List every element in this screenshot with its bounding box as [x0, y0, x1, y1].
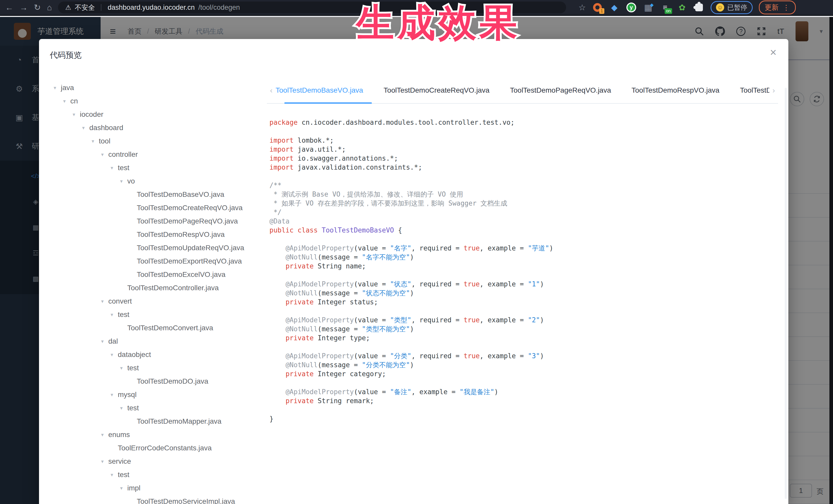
tree-file[interactable]: ToolTestDemoRespVO.java: [39, 228, 259, 241]
caret-down-icon[interactable]: ▾: [101, 458, 106, 464]
tree-node-label: ToolTestDemoPageReqVO.java: [137, 217, 238, 225]
tree-file[interactable]: ToolTestDemoExportReqVO.java: [39, 255, 259, 268]
tree-folder[interactable]: ▾test: [39, 468, 259, 481]
caret-down-icon[interactable]: ▾: [101, 151, 106, 158]
code-line: [269, 379, 778, 387]
caret-down-icon[interactable]: ▾: [101, 298, 106, 304]
caret-down-icon[interactable]: ▾: [111, 391, 116, 398]
tree-file[interactable]: ToolTestDemoController.java: [39, 281, 259, 295]
tree-folder[interactable]: ▾service: [39, 455, 259, 468]
update-label: 更新: [765, 3, 779, 12]
security-label: 不安全: [75, 3, 95, 12]
tree-node-label: test: [127, 404, 139, 412]
tree-folder[interactable]: ▾test: [39, 308, 259, 321]
extensions-puzzle-icon[interactable]: [694, 2, 705, 13]
tree-folder[interactable]: ▾controller: [39, 148, 259, 161]
tree-node-label: ToolTestDemoCreateReqVO.java: [137, 204, 242, 212]
tree-folder[interactable]: ▾java: [39, 81, 259, 94]
caret-down-icon[interactable]: ▾: [111, 312, 116, 318]
extension-list-on-icon[interactable]: ≡ on: [660, 2, 670, 13]
caret-down-icon[interactable]: ▾: [73, 111, 78, 118]
extension-blocks-icon[interactable]: ▦◆: [643, 2, 653, 13]
caret-down-icon[interactable]: ▾: [82, 125, 87, 131]
tree-node-label: ToolTestDemoConvert.java: [127, 324, 213, 332]
caret-down-icon[interactable]: ▾: [120, 485, 125, 491]
caret-down-icon[interactable]: ▾: [111, 472, 116, 478]
forward-icon[interactable]: →: [20, 3, 28, 11]
tree-folder[interactable]: ▾cn: [39, 94, 259, 108]
bookmark-star-icon[interactable]: ☆: [578, 3, 586, 11]
tree-node-label: dal: [108, 337, 118, 345]
tab-ToolTestDemoRespVO.java[interactable]: ToolTestDemoRespVO.java: [632, 86, 719, 94]
browser-menu-icon[interactable]: ⋮: [783, 3, 790, 12]
caret-down-icon[interactable]: ▾: [120, 365, 125, 371]
tree-file[interactable]: ToolTestDemoMapper.java: [39, 415, 259, 428]
tree-folder[interactable]: ▾test: [39, 401, 259, 415]
tree-folder[interactable]: ▾test: [39, 361, 259, 375]
tabs-prev-icon[interactable]: ‹: [267, 86, 276, 95]
caret-down-icon[interactable]: ▾: [111, 165, 116, 171]
tree-file[interactable]: ToolTestDemoUpdateReqVO.java: [39, 241, 259, 255]
code-panel: ‹ ToolTestDemoBaseVO.javaToolTestDemoCre…: [259, 77, 788, 504]
tree-file[interactable]: ToolTestDemoCreateReqVO.java: [39, 201, 259, 215]
tree-folder[interactable]: ▾tool: [39, 135, 259, 148]
tab-ToolTestDemoCreateReqVO.java[interactable]: ToolTestDemoCreateReqVO.java: [384, 86, 490, 94]
tree-folder[interactable]: ▾vo: [39, 174, 259, 188]
tree-node-label: ToolTestDemoExportReqVO.java: [137, 257, 242, 265]
extension-orange-icon[interactable]: 1: [592, 2, 603, 13]
tree-folder[interactable]: ▾mysql: [39, 388, 259, 401]
code-line: @ApiModelProperty(value = "类型", required…: [269, 316, 778, 325]
tabs-next-icon[interactable]: ›: [769, 86, 778, 95]
reload-icon[interactable]: ↻: [34, 3, 41, 11]
tree-node-label: dataobject: [118, 351, 151, 359]
code-scrollbar[interactable]: [785, 88, 787, 499]
tree-folder[interactable]: ▾dal: [39, 335, 259, 348]
extension-gem-icon[interactable]: ◆: [609, 2, 620, 13]
tab-ToolTestDemoBaseVO.java[interactable]: ToolTestDemoBaseVO.java: [276, 86, 363, 94]
tree-folder[interactable]: ▾iocoder: [39, 108, 259, 121]
close-icon[interactable]: ×: [770, 47, 777, 58]
tree-file[interactable]: ToolTestDemoServiceImpl.java: [39, 495, 259, 504]
caret-down-icon[interactable]: ▾: [54, 85, 59, 91]
tree-file[interactable]: ToolErrorCodeConstants.java: [39, 441, 259, 455]
code-line: private Integer category;: [269, 369, 778, 379]
dialog-title: 代码预览: [50, 50, 81, 61]
tree-folder[interactable]: ▾dataobject: [39, 348, 259, 361]
tab-ToolTestDemoUpdateReqVO.java[interactable]: ToolTestDemoUpdateReqVO.java: [740, 86, 769, 94]
tree-node-label: test: [118, 471, 129, 479]
caret-down-icon[interactable]: ▾: [63, 98, 68, 104]
caret-down-icon[interactable]: ▾: [120, 178, 125, 184]
back-icon[interactable]: ←: [5, 3, 13, 11]
extension-badge: 1: [599, 8, 604, 14]
caret-down-icon[interactable]: ▾: [101, 338, 106, 344]
tree-file[interactable]: ToolTestDemoExcelVO.java: [39, 268, 259, 281]
tree-file[interactable]: ToolTestDemoDO.java: [39, 375, 259, 388]
code-line: @ApiModelProperty(value = "备注", example …: [269, 387, 778, 397]
file-tabs: ‹ ToolTestDemoBaseVO.javaToolTestDemoCre…: [267, 77, 778, 104]
caret-down-icon[interactable]: ▾: [111, 352, 116, 358]
home-icon[interactable]: ⌂: [47, 3, 52, 11]
tree-node-label: test: [118, 164, 129, 172]
caret-down-icon[interactable]: ▾: [101, 432, 106, 438]
profile-paused-pill[interactable]: ☺ 已暂停: [711, 1, 753, 14]
caret-down-icon[interactable]: ▾: [120, 405, 125, 411]
file-tree: ▾java▾cn▾iocoder▾dashboard▾tool▾controll…: [39, 77, 259, 504]
tree-file[interactable]: ToolTestDemoBaseVO.java: [39, 188, 259, 201]
tree-node-label: ToolErrorCodeConstants.java: [118, 444, 212, 452]
tree-folder[interactable]: ▾impl: [39, 481, 259, 495]
tree-folder[interactable]: ▾test: [39, 161, 259, 174]
tree-node-label: ToolTestDemoUpdateReqVO.java: [137, 244, 244, 252]
tree-file[interactable]: ToolTestDemoPageReqVO.java: [39, 215, 259, 228]
tree-folder[interactable]: ▾enums: [39, 428, 259, 441]
tree-file[interactable]: ToolTestDemoConvert.java: [39, 321, 259, 335]
extension-green-circle-icon[interactable]: y: [626, 2, 637, 13]
browser-update-button[interactable]: 更新 ⋮: [759, 1, 796, 15]
tree-folder[interactable]: ▾dashboard: [39, 121, 259, 135]
code-line: [269, 405, 778, 414]
tree-node-label: tool: [99, 137, 110, 145]
extension-plant-icon[interactable]: ✿: [677, 2, 688, 13]
tree-node-label: service: [108, 457, 131, 465]
tree-folder[interactable]: ▾convert: [39, 295, 259, 308]
tab-ToolTestDemoPageReqVO.java[interactable]: ToolTestDemoPageReqVO.java: [510, 86, 611, 94]
caret-down-icon[interactable]: ▾: [92, 138, 97, 144]
